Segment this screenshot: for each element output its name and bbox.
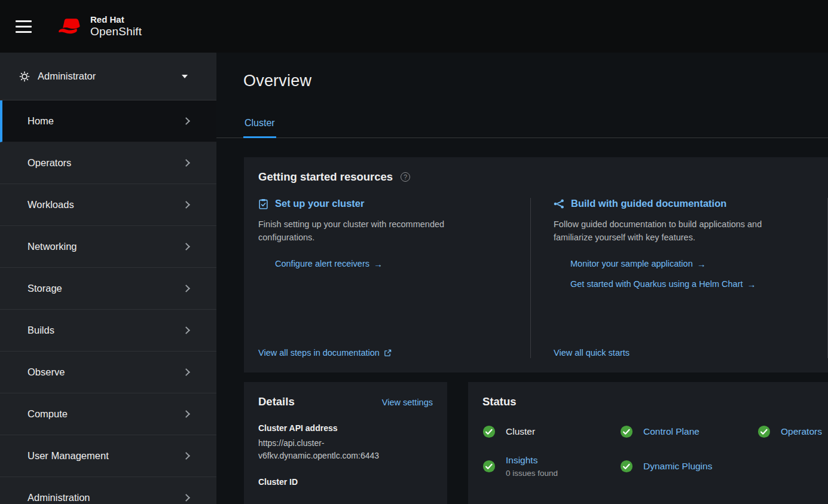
- status-label-cluster: Cluster: [506, 426, 535, 437]
- section-footer: View all steps in documentation: [258, 347, 510, 358]
- red-hat-icon: [59, 17, 84, 35]
- perspective-label: Administrator: [38, 71, 96, 82]
- sidebar-item-storage[interactable]: Storage: [0, 268, 216, 310]
- getting-started-columns: Set up your cluster Finish setting up yo…: [258, 198, 828, 358]
- chevron-right-icon: [182, 159, 190, 167]
- sidebar-item-label: Administration: [28, 492, 90, 503]
- brand-logo[interactable]: Red Hat OpenShift: [59, 14, 142, 38]
- dynamic-plugins-link[interactable]: Dynamic Plugins: [643, 461, 712, 472]
- sidebar-item-label: Workloads: [28, 199, 74, 210]
- tab-cluster[interactable]: Cluster: [243, 99, 276, 138]
- status-item-dynamic-plugins: Dynamic Plugins: [620, 455, 757, 478]
- gear-icon: [19, 71, 30, 82]
- sidebar-item-networking[interactable]: Networking: [0, 226, 216, 268]
- page-title: Overview: [243, 72, 801, 90]
- quarkus-helm-chart-link[interactable]: Get started with Quarkus using a Helm Ch…: [570, 279, 815, 289]
- sidebar-item-compute[interactable]: Compute: [0, 393, 216, 435]
- status-item-insights: Insights 0 issues found: [482, 455, 620, 478]
- sidebar-item-observe[interactable]: Observe: [0, 352, 216, 393]
- app-root: Red Hat OpenShift: [0, 0, 828, 504]
- status-item-operators: Operators: [757, 425, 828, 438]
- section-guided-documentation: Build with guided documentation Follow g…: [530, 198, 827, 358]
- details-card: Details View settings Cluster API addres…: [244, 382, 447, 504]
- section-set-up-cluster: Set up your cluster Finish setting up yo…: [258, 198, 530, 358]
- link-label: Get started with Quarkus using a Helm Ch…: [570, 279, 743, 289]
- view-all-quick-starts-link[interactable]: View all quick starts: [554, 348, 630, 358]
- sidebar-item-label: Observe: [28, 366, 65, 378]
- brand-line2: OpenShift: [90, 25, 142, 38]
- field-label-cluster-id: Cluster ID: [258, 477, 433, 487]
- brand-line1: Red Hat: [90, 14, 142, 25]
- body-row: Administrator Home Operators Workloads N…: [0, 53, 828, 504]
- field-label-cluster-api: Cluster API address: [258, 423, 433, 433]
- getting-started-title: Getting started resources: [258, 170, 393, 184]
- status-item-cluster: Cluster: [482, 425, 620, 438]
- brand-text: Red Hat OpenShift: [90, 14, 142, 38]
- check-circle-icon: [757, 425, 771, 438]
- sidebar-nav: Home Operators Workloads Networking Stor…: [0, 100, 216, 504]
- insights-text-block: Insights 0 issues found: [506, 455, 558, 478]
- chevron-right-icon: [182, 452, 190, 460]
- details-header: Details View settings: [258, 395, 433, 408]
- chevron-right-icon: [182, 117, 190, 125]
- getting-started-card: Getting started resources ?: [244, 157, 828, 372]
- section-links: Configure alert receivers →: [275, 259, 510, 269]
- clipboard-check-icon: [258, 198, 268, 209]
- chevron-right-icon: [182, 243, 190, 251]
- main-content: Overview Cluster Getting started resourc…: [216, 53, 828, 504]
- overview-dashboard: Getting started resources ?: [216, 138, 828, 504]
- perspective-switcher[interactable]: Administrator: [0, 53, 216, 100]
- help-icon[interactable]: ?: [401, 172, 410, 182]
- section-description: Follow guided documentation to build app…: [554, 218, 786, 245]
- guided-documentation-heading: Build with guided documentation: [554, 198, 815, 209]
- arrow-right-icon: →: [374, 259, 383, 269]
- menu-toggle-icon[interactable]: [16, 16, 38, 36]
- status-grid: Cluster Control Plane: [482, 425, 828, 478]
- sidebar-item-builds[interactable]: Builds: [0, 310, 216, 352]
- page-header: Overview: [216, 53, 828, 99]
- details-title: Details: [258, 395, 295, 408]
- section-description: Finish setting up your cluster with reco…: [258, 218, 462, 245]
- sidebar-item-label: Compute: [28, 408, 68, 420]
- tab-bar: Cluster: [216, 99, 828, 138]
- check-circle-icon: [620, 460, 633, 473]
- view-settings-link[interactable]: View settings: [382, 398, 433, 407]
- insights-issues-count: 0 issues found: [506, 469, 558, 478]
- status-header: Status View alerts: [482, 395, 828, 408]
- view-all-steps-link[interactable]: View all steps in documentation: [258, 348, 392, 358]
- masthead: Red Hat OpenShift: [0, 0, 828, 53]
- status-item-control-plane: Control Plane: [620, 425, 757, 438]
- link-label: View all steps in documentation: [258, 348, 380, 358]
- control-plane-link[interactable]: Control Plane: [643, 426, 699, 437]
- section-links: Monitor your sample application → Get st…: [570, 259, 815, 289]
- dashboard-row: Details View settings Cluster API addres…: [244, 382, 828, 504]
- external-link-icon: [384, 349, 392, 357]
- check-circle-icon: [482, 425, 496, 438]
- configure-alert-receivers-link[interactable]: Configure alert receivers →: [275, 259, 510, 269]
- sidebar-item-label: Builds: [28, 325, 54, 336]
- sidebar-item-user-management[interactable]: User Management: [0, 435, 216, 477]
- chevron-right-icon: [182, 368, 190, 376]
- insights-link[interactable]: Insights: [506, 455, 537, 465]
- sidebar-item-label: Networking: [28, 241, 77, 252]
- menu-bar: [16, 31, 32, 33]
- chevron-right-icon: [182, 326, 190, 334]
- sidebar-item-label: User Management: [28, 450, 109, 462]
- sidebar-item-operators[interactable]: Operators: [0, 142, 216, 184]
- sidebar-item-home[interactable]: Home: [0, 100, 216, 142]
- getting-started-header: Getting started resources ?: [258, 170, 828, 184]
- chevron-right-icon: [182, 285, 190, 292]
- section-footer: View all quick starts: [554, 347, 815, 358]
- field-value-cluster-api: https://api.cluster-v6fkv.dynamic.opentl…: [258, 437, 409, 462]
- status-card: Status View alerts Cluster: [468, 382, 828, 504]
- monitor-sample-application-link[interactable]: Monitor your sample application →: [570, 259, 815, 269]
- operators-link[interactable]: Operators: [781, 426, 822, 437]
- sidebar-item-administration[interactable]: Administration: [0, 477, 216, 504]
- sidebar-item-workloads[interactable]: Workloads: [0, 184, 216, 226]
- sidebar-item-label: Home: [28, 115, 54, 127]
- status-title: Status: [482, 395, 517, 408]
- menu-bar: [16, 20, 32, 22]
- guided-documentation-icon: [554, 199, 564, 209]
- arrow-right-icon: →: [697, 259, 706, 269]
- sidebar-item-label: Storage: [28, 283, 62, 294]
